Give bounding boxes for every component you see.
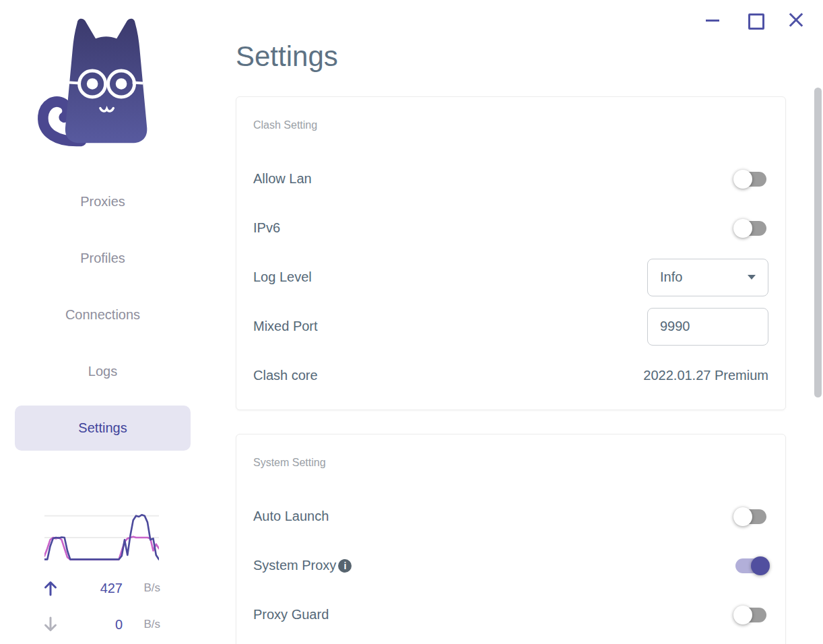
mixed-port-label: Mixed Port <box>253 319 318 334</box>
toggle-knob <box>733 507 752 526</box>
log-level-label: Log Level <box>253 269 312 285</box>
ipv6-toggle[interactable] <box>735 221 766 236</box>
system-setting-rows: Auto Launch System Proxy i Proxy Guard <box>253 492 768 639</box>
minimize-icon[interactable] <box>704 11 721 28</box>
proxy-guard-toggle[interactable] <box>735 608 766 622</box>
sidebar-item-settings[interactable]: Settings <box>15 406 191 451</box>
upload-speed-unit: B/s <box>136 581 160 595</box>
row-mixed-port: Mixed Port <box>253 302 768 351</box>
system-proxy-label: System Proxy i <box>253 558 352 573</box>
clash-cat-logo <box>28 16 163 151</box>
mixed-port-input[interactable] <box>647 308 768 346</box>
auto-launch-label: Auto Launch <box>253 509 329 524</box>
sidebar-item-profiles[interactable]: Profiles <box>15 236 191 281</box>
app-window: Proxies Profiles Connections Logs Settin… <box>0 0 823 644</box>
toggle-knob <box>733 606 752 624</box>
cat-mascot-icon <box>28 16 163 151</box>
system-setting-card: System Setting Auto Launch System Proxy … <box>236 434 786 644</box>
row-log-level: Log Level Info <box>253 253 768 302</box>
toggle-knob <box>733 219 752 238</box>
proxy-guard-label: Proxy Guard <box>253 607 329 622</box>
window-controls <box>704 11 805 28</box>
sidebar-item-connections[interactable]: Connections <box>15 292 191 337</box>
toggle-knob <box>733 170 752 189</box>
download-arrow-icon <box>42 616 59 633</box>
info-icon[interactable]: i <box>338 559 352 573</box>
card-header-system-setting: System Setting <box>253 434 768 469</box>
upload-speed-value: 427 <box>73 581 123 596</box>
sidebar-item-proxies[interactable]: Proxies <box>15 179 191 224</box>
sidebar-item-logs[interactable]: Logs <box>15 349 191 394</box>
traffic-sparkline-chart <box>44 505 159 565</box>
allow-lan-toggle[interactable] <box>735 172 766 187</box>
toggle-knob <box>751 556 770 575</box>
allow-lan-label: Allow Lan <box>253 171 312 187</box>
sidebar-nav: Proxies Profiles Connections Logs Settin… <box>15 179 191 462</box>
download-speed-unit: B/s <box>136 618 160 631</box>
row-proxy-guard: Proxy Guard <box>253 590 768 639</box>
scrollbar-thumb[interactable] <box>814 88 822 397</box>
clash-core-label: Clash core <box>253 368 318 383</box>
upload-speed-row: 427 B/s <box>42 578 160 598</box>
system-proxy-toggle[interactable] <box>735 558 766 573</box>
row-system-proxy: System Proxy i <box>253 541 768 590</box>
close-icon[interactable] <box>787 11 805 28</box>
sidebar: Proxies Profiles Connections Logs Settin… <box>0 0 202 644</box>
card-header-clash-setting: Clash Setting <box>253 97 768 131</box>
download-speed-value: 0 <box>73 617 123 633</box>
upload-arrow-icon <box>42 579 59 597</box>
clash-core-version: 2022.01.27 Premium <box>643 368 768 383</box>
auto-launch-toggle[interactable] <box>735 509 766 524</box>
page-title: Settings <box>236 40 338 73</box>
clash-setting-rows: Allow Lan IPv6 Log Level Info Mixe <box>253 154 768 400</box>
system-proxy-label-text: System Proxy <box>253 558 336 573</box>
download-speed-row: 0 B/s <box>42 614 160 635</box>
row-ipv6: IPv6 <box>253 203 768 253</box>
maximize-icon[interactable] <box>746 11 763 28</box>
row-clash-core: Clash core 2022.01.27 Premium <box>253 351 768 400</box>
log-level-selected-value: Info <box>660 269 682 285</box>
chevron-down-icon <box>748 275 756 280</box>
log-level-select[interactable]: Info <box>647 259 768 296</box>
row-allow-lan: Allow Lan <box>253 154 768 203</box>
ipv6-label: IPv6 <box>253 220 280 236</box>
clash-setting-card: Clash Setting Allow Lan IPv6 Log Level I… <box>236 96 786 410</box>
row-auto-launch: Auto Launch <box>253 492 768 541</box>
